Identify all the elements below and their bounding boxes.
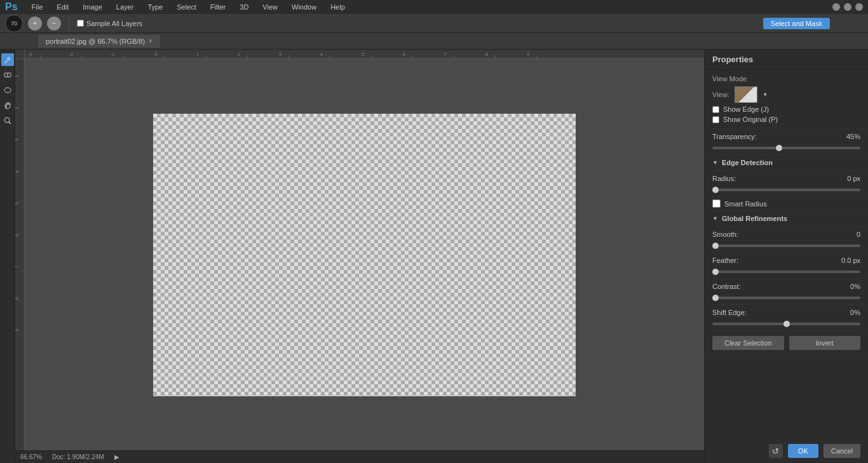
tool-erase-refine[interactable] xyxy=(1,69,14,81)
menu-file[interactable]: File xyxy=(29,2,46,12)
svg-text:-2: -2 xyxy=(69,52,73,57)
contrast-section: Contrast: 0% xyxy=(705,279,868,305)
svg-line-5 xyxy=(9,122,11,124)
app-icon: Ps xyxy=(5,1,18,13)
canvas-area[interactable]: © TODD DWYOUNG xyxy=(25,59,704,450)
show-edge-checkbox[interactable] xyxy=(712,106,719,113)
transparency-row: Transparency: 45% xyxy=(712,133,860,140)
menu-view[interactable]: View xyxy=(260,2,280,12)
edge-detection-arrow-icon: ▼ xyxy=(712,159,718,166)
radius-label: Radius: xyxy=(712,175,736,182)
edge-detection-header[interactable]: ▼ Edge Detection xyxy=(705,155,868,171)
svg-text:5: 5 xyxy=(362,52,364,57)
smart-radius-row: Smart Radius xyxy=(705,197,868,211)
smooth-slider[interactable] xyxy=(712,245,860,247)
ok-cancel-row: ↺ OK Cancel xyxy=(705,439,868,463)
status-arrow[interactable]: ▶ xyxy=(114,453,119,460)
ruler-corner xyxy=(15,50,25,59)
menu-image[interactable]: Image xyxy=(80,2,105,12)
minimize-button[interactable] xyxy=(832,3,840,11)
reset-button[interactable]: ↺ xyxy=(769,444,783,458)
svg-text:9: 9 xyxy=(527,52,529,57)
clear-selection-button[interactable]: Clear Selection xyxy=(712,336,784,350)
canvas-image: © TODD DWYOUNG xyxy=(153,114,576,396)
close-button[interactable] xyxy=(855,3,863,11)
view-dropdown-arrow[interactable]: ▼ xyxy=(763,91,768,98)
menu-window[interactable]: Window xyxy=(289,2,319,12)
shift-edge-slider[interactable] xyxy=(712,323,860,325)
tab-close-icon[interactable]: × xyxy=(149,37,153,44)
menu-help[interactable]: Help xyxy=(328,2,348,12)
svg-text:0: 0 xyxy=(155,52,158,57)
svg-text:1: 1 xyxy=(15,75,19,77)
tool-hand[interactable] xyxy=(1,99,14,112)
svg-point-4 xyxy=(4,117,10,123)
global-refinements-header[interactable]: ▼ Global Refinements xyxy=(705,211,868,227)
transparency-slider[interactable] xyxy=(712,147,860,149)
ruler-v-svg: 1 2 3 4 5 6 7 8 9 xyxy=(15,59,25,450)
smooth-label: Smooth: xyxy=(712,231,738,238)
cancel-button[interactable]: Cancel xyxy=(824,444,860,458)
menu-select[interactable]: Select xyxy=(174,2,199,12)
svg-text:4: 4 xyxy=(320,52,323,57)
show-original-checkbox[interactable] xyxy=(712,116,719,123)
view-thumbnail[interactable] xyxy=(735,86,757,103)
global-refinements-arrow-icon: ▼ xyxy=(712,215,718,222)
right-panel: Properties View Mode View: ▼ Show Edge (… xyxy=(704,50,868,463)
contrast-slider[interactable] xyxy=(712,297,860,299)
menu-filter[interactable]: Filter xyxy=(208,2,228,12)
ruler-left: 1 2 3 4 5 6 7 8 9 xyxy=(15,59,25,450)
menu-layer[interactable]: Layer xyxy=(114,2,137,12)
panel-title: Properties xyxy=(705,50,868,70)
svg-text:6: 6 xyxy=(403,52,405,57)
tool-zoom[interactable] xyxy=(1,114,14,127)
feather-label: Feather: xyxy=(712,257,738,264)
ok-button[interactable]: OK xyxy=(788,444,818,458)
main-layout: -3 -2 -1 0 1 2 3 4 5 6 7 8 9 xyxy=(0,50,868,463)
add-brush-button[interactable]: + xyxy=(28,17,42,30)
canvas-wrapper: -3 -2 -1 0 1 2 3 4 5 6 7 8 9 xyxy=(15,50,704,463)
invert-button[interactable]: Invert xyxy=(789,336,861,350)
svg-text:4: 4 xyxy=(15,170,19,173)
subtract-brush-button[interactable]: − xyxy=(47,17,61,30)
smooth-row: Smooth: 0 xyxy=(712,231,860,238)
tab-filename: portrait02.jpg @ 66.7% (RGB/8) xyxy=(46,37,145,45)
menu-3d[interactable]: 3D xyxy=(237,2,251,12)
view-mode-title: View Mode xyxy=(712,75,860,83)
select-mask-button[interactable]: Select and Mask xyxy=(763,18,830,29)
brush-size-value: 70 xyxy=(11,20,17,27)
tool-lasso[interactable] xyxy=(1,84,14,97)
smooth-value: 0 xyxy=(857,231,860,238)
radius-slider[interactable] xyxy=(712,189,860,191)
transparency-label: Transparency: xyxy=(712,133,757,140)
feather-section: Feather: 0.0 px xyxy=(705,253,868,279)
transparency-value: 45% xyxy=(846,133,860,140)
tab-bar: portrait02.jpg @ 66.7% (RGB/8) × xyxy=(0,33,868,50)
feather-row: Feather: 0.0 px xyxy=(712,257,860,264)
tool-brush[interactable] xyxy=(1,53,14,66)
menu-type[interactable]: Type xyxy=(145,2,165,12)
radius-section: Radius: 0 px xyxy=(705,171,868,197)
menu-edit[interactable]: Edit xyxy=(54,2,71,12)
svg-text:3: 3 xyxy=(15,138,19,141)
shift-edge-row: Shift Edge: 0% xyxy=(712,309,860,316)
action-buttons-row: Clear Selection Invert xyxy=(705,331,868,356)
svg-text:9: 9 xyxy=(15,329,19,332)
shift-edge-value: 0% xyxy=(850,309,860,316)
sample-all-layers-checkbox[interactable] xyxy=(77,20,84,27)
smooth-section: Smooth: 0 xyxy=(705,227,868,253)
menu-bar: Ps File Edit Image Layer Type Select Fil… xyxy=(0,0,868,14)
document-tab[interactable]: portrait02.jpg @ 66.7% (RGB/8) × xyxy=(38,35,160,48)
show-edge-label: Show Edge (J) xyxy=(723,105,769,113)
left-toolbar xyxy=(0,50,15,463)
brush-size-indicator[interactable]: 70 xyxy=(5,15,23,32)
view-row: View: ▼ xyxy=(712,86,860,103)
svg-text:8: 8 xyxy=(15,297,19,300)
doc-info: Doc: 1.90M/2.24M xyxy=(52,453,104,460)
window-controls xyxy=(832,3,863,11)
smart-radius-checkbox[interactable] xyxy=(712,199,721,208)
svg-text:7: 7 xyxy=(444,52,447,57)
svg-point-3 xyxy=(4,88,11,93)
feather-slider[interactable] xyxy=(712,271,860,273)
maximize-button[interactable] xyxy=(844,3,851,11)
